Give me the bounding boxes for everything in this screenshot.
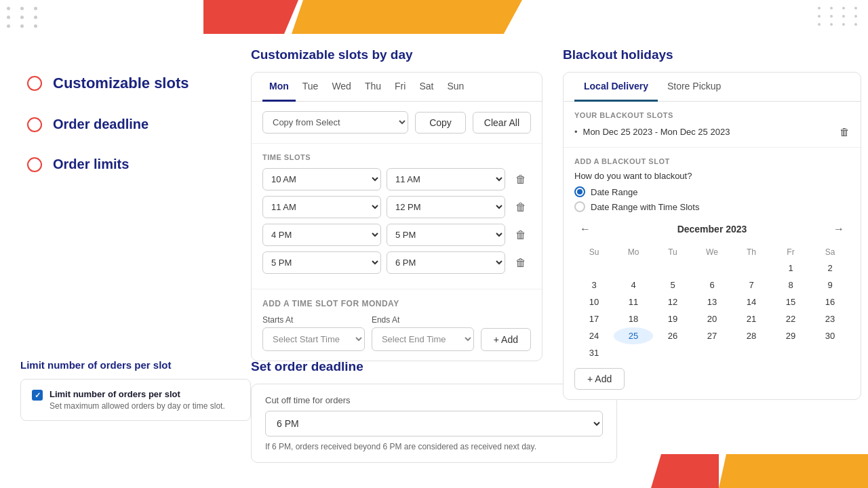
blackout-panel: Blackout holidays Local Delivery Store P…: [563, 47, 861, 400]
cal-header-su: Su: [574, 245, 614, 260]
slot1-end-select[interactable]: 11 AM: [387, 168, 505, 190]
slot4-end-select[interactable]: 6 PM: [387, 251, 505, 274]
radio-date-range-time-slots-circle: [574, 201, 585, 212]
tab-wed[interactable]: Wed: [325, 73, 358, 102]
cal-day-4-1[interactable]: 25: [614, 327, 653, 344]
cal-day-2-5[interactable]: 15: [771, 293, 810, 310]
cal-day-2-4[interactable]: 14: [732, 293, 771, 310]
limit-checkbox[interactable]: [32, 390, 43, 401]
cal-day-3-4[interactable]: 21: [732, 310, 771, 327]
cal-day-4-3[interactable]: 27: [692, 327, 732, 344]
cal-day-4-6[interactable]: 30: [810, 327, 850, 344]
cal-day-0-4: [732, 260, 771, 277]
left-sidebar: Customizable slots Order deadline Order …: [0, 54, 231, 217]
slots-main-section: Customizable slots by day Mon Tue Wed Th…: [251, 47, 542, 361]
deadline-section: Set order deadline Cut off time for orde…: [251, 359, 617, 463]
cal-day-1-0[interactable]: 3: [574, 277, 614, 293]
cal-day-5-2: [653, 344, 692, 361]
tab-sun[interactable]: Sun: [440, 73, 471, 102]
add-start-time-select[interactable]: Select Start Time: [262, 327, 365, 351]
add-blackout-title: ADD A BLACKOUT SLOT: [574, 157, 850, 165]
slot2-end-select[interactable]: 12 PM: [387, 196, 505, 218]
decorative-dots-tr: [818, 7, 861, 26]
limit-card: Limit number of orders per slot Set maxi…: [20, 379, 251, 421]
calendar-next-button[interactable]: →: [828, 220, 850, 238]
cal-header-sa: Sa: [810, 245, 850, 260]
cal-day-5-6: [810, 344, 850, 361]
radio-date-range[interactable]: Date Range: [574, 186, 850, 197]
slot3-end-select[interactable]: 5 PM: [387, 224, 505, 246]
tab-tue[interactable]: Tue: [296, 73, 326, 102]
clear-all-button[interactable]: Clear All: [473, 112, 531, 134]
cal-day-4-0[interactable]: 24: [574, 327, 614, 344]
cal-day-4-5[interactable]: 29: [771, 327, 810, 344]
cal-day-4-2[interactable]: 26: [653, 327, 692, 344]
cal-day-2-3[interactable]: 13: [692, 293, 732, 310]
cal-day-0-3: [692, 260, 732, 277]
cal-day-1-3[interactable]: 6: [692, 277, 732, 293]
blackout-tab-local-delivery[interactable]: Local Delivery: [574, 73, 658, 102]
copy-from-select[interactable]: Copy from Select: [262, 111, 408, 134]
cal-day-3-3[interactable]: 20: [692, 310, 732, 327]
blackout-card: Local Delivery Store Pickup YOUR BLACKOU…: [563, 72, 861, 400]
deadline-title: Set order deadline: [251, 359, 617, 374]
calendar-grid: Su Mo Tu We Th Fr Sa 1234567891011121314…: [574, 245, 850, 361]
cal-day-1-6[interactable]: 9: [810, 277, 850, 293]
tab-thu[interactable]: Thu: [358, 73, 388, 102]
calendar-add-button[interactable]: + Add: [574, 368, 625, 390]
blackout-tab-store-pickup[interactable]: Store Pickup: [658, 73, 730, 102]
copy-row: Copy from Select Copy Clear All: [252, 102, 542, 144]
slot1-start-select[interactable]: 10 AM: [262, 168, 381, 190]
deadline-select[interactable]: 6 PM: [265, 411, 603, 436]
cal-day-1-1[interactable]: 4: [614, 277, 653, 293]
tab-mon[interactable]: Mon: [262, 73, 296, 102]
slot4-delete-icon[interactable]: 🗑: [511, 253, 531, 273]
sidebar-label-customizable-slots: Customizable slots: [53, 75, 189, 92]
cal-day-3-0[interactable]: 17: [574, 310, 614, 327]
cal-header-tu: Tu: [653, 245, 692, 260]
tab-fri[interactable]: Fri: [388, 73, 412, 102]
slot2-start-select[interactable]: 11 AM: [262, 196, 381, 218]
add-end-time-select[interactable]: Select End Time: [372, 327, 474, 351]
blackout-question: How do you want to blackout?: [574, 171, 850, 181]
slots-card: Mon Tue Wed Thu Fri Sat Sun Copy from Se…: [251, 72, 542, 361]
cal-day-0-6[interactable]: 2: [810, 260, 850, 277]
cal-day-1-5[interactable]: 8: [771, 277, 810, 293]
blackout-slot-delete-icon[interactable]: 🗑: [840, 126, 850, 138]
slots-section-title: Customizable slots by day: [251, 47, 542, 62]
cal-day-5-5: [771, 344, 810, 361]
radio-date-range-time-slots[interactable]: Date Range with Time Slots: [574, 201, 850, 212]
slot3-start-select[interactable]: 4 PM: [262, 224, 381, 246]
add-time-slot-button[interactable]: + Add: [481, 328, 531, 351]
cal-day-5-4: [732, 344, 771, 361]
decorative-dots-tl: [7, 7, 42, 28]
blackout-slots-section: YOUR BLACKOUT SLOTS • Mon Dec 25 2023 - …: [564, 102, 861, 148]
cal-day-5-1: [614, 344, 653, 361]
cal-day-2-6[interactable]: 16: [810, 293, 850, 310]
cal-day-1-4[interactable]: 7: [732, 277, 771, 293]
copy-button[interactable]: Copy: [415, 112, 466, 134]
sidebar-item-customizable-slots[interactable]: Customizable slots: [27, 75, 203, 92]
cal-day-3-2[interactable]: 19: [653, 310, 692, 327]
cal-day-2-0[interactable]: 10: [574, 293, 614, 310]
time-slot-row-2: 11 AM 12 PM 🗑: [262, 196, 531, 218]
cal-day-3-1[interactable]: 18: [614, 310, 653, 327]
cal-day-5-0[interactable]: 31: [574, 344, 614, 361]
cal-day-2-2[interactable]: 12: [653, 293, 692, 310]
cal-day-3-5[interactable]: 22: [771, 310, 810, 327]
limit-card-title: Limit number of orders per slot: [50, 389, 225, 399]
cal-day-2-1[interactable]: 11: [614, 293, 653, 310]
sidebar-item-order-limits[interactable]: Order limits: [27, 157, 203, 172]
cal-day-4-4[interactable]: 28: [732, 327, 771, 344]
cal-day-0-5[interactable]: 1: [771, 260, 810, 277]
slot3-delete-icon[interactable]: 🗑: [511, 225, 531, 245]
slot1-delete-icon[interactable]: 🗑: [511, 169, 531, 190]
calendar-prev-button[interactable]: ←: [574, 220, 596, 238]
cal-day-1-2[interactable]: 5: [653, 277, 692, 293]
banner-red: [203, 0, 298, 34]
slot4-start-select[interactable]: 5 PM: [262, 251, 381, 274]
sidebar-item-order-deadline[interactable]: Order deadline: [27, 117, 203, 132]
cal-day-3-6[interactable]: 23: [810, 310, 850, 327]
tab-sat[interactable]: Sat: [412, 73, 440, 102]
slot2-delete-icon[interactable]: 🗑: [511, 197, 531, 218]
